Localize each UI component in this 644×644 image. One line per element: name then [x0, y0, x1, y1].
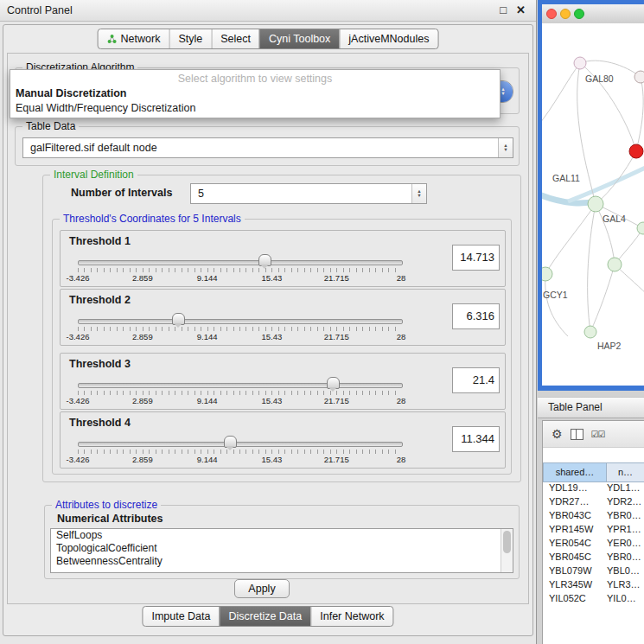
traffic-light-close-icon[interactable] — [546, 9, 557, 19]
table-cell[interactable]: YIL052C — [543, 591, 605, 605]
slider-scale: -3.4262.8599.14415.4321.71528 — [78, 455, 401, 465]
table-row[interactable]: YLR345WYLR3… — [543, 577, 644, 591]
dropdown-option-equal-width[interactable]: Equal Width/Frequency Discretization — [10, 101, 500, 116]
table-cell[interactable]: YDR27… — [543, 494, 605, 508]
network-node[interactable] — [637, 222, 644, 234]
tab-style[interactable]: Style — [169, 29, 211, 48]
slider-scale: -3.4262.8599.14415.4321.71528 — [78, 396, 401, 406]
column-header-shared-name[interactable]: shared… — [543, 462, 607, 482]
threshold-slider[interactable]: -3.4262.8599.14415.4321.71528 — [78, 312, 401, 341]
dropdown-option-manual-discretization[interactable]: Manual Discretization — [10, 86, 500, 101]
threshold-panel-4: Threshold 4 -3.4262.8599.14415.4321.7152… — [60, 411, 506, 469]
table-cell[interactable]: YER054C — [543, 536, 605, 550]
slider-thumb[interactable] — [258, 254, 271, 266]
select-all-checkboxes-icon[interactable]: ☑☑ — [591, 430, 605, 439]
table-cell[interactable]: YLR3… — [605, 577, 644, 591]
table-row[interactable]: YDR27…YDR2… — [543, 494, 644, 508]
combobox-stepper-icon[interactable]: ▲ ▼ — [411, 184, 426, 203]
apply-button[interactable]: Apply — [234, 579, 290, 598]
table-cell[interactable]: YDR2… — [605, 494, 644, 508]
table-cell[interactable]: YPR145W — [543, 522, 605, 536]
slider-scale-label: -3.426 — [67, 396, 90, 405]
slider-track[interactable] — [78, 319, 403, 324]
table-cell[interactable]: YBR045C — [543, 550, 605, 564]
network-node[interactable] — [608, 258, 622, 271]
numerical-attributes-list[interactable]: SelfLoopsTopologicalCoefficientBetweenne… — [50, 528, 513, 573]
slider-track[interactable] — [78, 383, 403, 388]
tab-infer-network[interactable]: Infer Network — [310, 607, 392, 626]
close-icon[interactable]: ✕ — [516, 0, 526, 21]
tab-discretize-data[interactable]: Discretize Data — [220, 607, 311, 626]
slider-scale-label: 28 — [397, 455, 406, 464]
tab-select[interactable]: Select — [211, 29, 259, 48]
dropdown-placeholder-item[interactable]: Select algorithm to view settings — [10, 72, 500, 86]
table-cell[interactable]: YBR043C — [543, 508, 605, 522]
float-window-icon[interactable]: □ — [500, 0, 507, 21]
threshold-label: Threshold 2 — [69, 294, 131, 306]
table-data-combobox[interactable]: galFiltered.sif default node ▲ ▼ — [22, 137, 513, 158]
network-node[interactable] — [584, 326, 596, 338]
table-row[interactable]: YIL052CYIL0… — [543, 591, 644, 605]
network-edge — [636, 77, 643, 151]
tab-network[interactable]: Network — [99, 29, 169, 48]
slider-thumb[interactable] — [327, 377, 340, 389]
table-cell[interactable]: YDL19… — [543, 481, 605, 494]
number-of-intervals-combobox[interactable]: 5 ▲ ▼ — [190, 183, 427, 204]
slider-scale: -3.4262.8599.14415.4321.71528 — [78, 332, 401, 342]
network-node[interactable] — [634, 71, 644, 83]
threshold-value-field[interactable]: 14.713 — [452, 245, 500, 271]
slider-ticks — [78, 268, 401, 272]
network-node[interactable] — [629, 144, 643, 158]
traffic-light-zoom-icon[interactable] — [574, 9, 584, 19]
table-row[interactable]: YBR045CYBR0… — [543, 550, 644, 564]
network-canvas[interactable]: GAL80GAL11GAL4GCY1HAP2 — [542, 23, 644, 386]
list-scrollbar[interactable] — [501, 529, 513, 572]
table-cell[interactable]: YDL1… — [605, 481, 644, 494]
table-cell[interactable]: YIL0… — [605, 591, 644, 605]
attribute-list-item[interactable]: BetweennessCentrality — [51, 555, 513, 568]
columns-icon[interactable] — [571, 429, 583, 440]
table-cell[interactable]: YER0… — [605, 536, 644, 550]
threshold-value-field[interactable]: 11.344 — [452, 426, 500, 452]
slider-thumb[interactable] — [224, 436, 237, 448]
threshold-slider[interactable]: -3.4262.8599.14415.4321.71528 — [78, 435, 401, 464]
down-arrow-icon: ▼ — [417, 194, 421, 198]
attribute-list-item[interactable]: TopologicalCoefficient — [51, 542, 513, 555]
threshold-slider[interactable]: -3.4262.8599.14415.4321.71528 — [78, 253, 401, 283]
table-cell[interactable]: YBL079W — [543, 564, 605, 577]
threshold-value-field[interactable]: 21.4 — [452, 367, 500, 393]
table-cell[interactable]: YBR0… — [605, 508, 644, 522]
table-row[interactable]: YPR145WYPR1… — [543, 522, 644, 536]
table-row[interactable]: YBR043CYBR0… — [543, 508, 644, 522]
table-cell[interactable]: YBL0… — [605, 564, 644, 577]
tab-cyni-toolbox[interactable]: Cyni Toolbox — [259, 29, 339, 48]
threshold-value-field[interactable]: 6.316 — [452, 303, 500, 329]
combobox-stepper-icon[interactable]: ▲ ▼ — [498, 138, 513, 157]
gear-icon[interactable]: ⚙ — [552, 428, 563, 440]
table-cell[interactable]: YBR0… — [605, 550, 644, 564]
traffic-light-minimize-icon[interactable] — [560, 9, 571, 19]
table-cell[interactable]: YPR1… — [605, 522, 644, 536]
network-node[interactable] — [542, 267, 552, 281]
network-node[interactable] — [574, 57, 586, 69]
network-edge — [590, 265, 615, 332]
column-header-name[interactable]: n… — [607, 462, 644, 482]
table-cell[interactable]: YLR345W — [543, 577, 605, 591]
scrollbar-thumb[interactable] — [503, 531, 511, 553]
table-row[interactable]: YBL079WYBL0… — [543, 564, 644, 577]
slider-track[interactable] — [78, 260, 403, 265]
slider-track[interactable] — [78, 442, 403, 447]
attribute-list-item[interactable]: SelfLoops — [51, 529, 513, 542]
table-row[interactable]: YER054CYER0… — [543, 536, 644, 550]
slider-scale-label: 21.715 — [324, 273, 349, 283]
slider-ticks — [78, 391, 401, 395]
interval-definition-group: Interval Definition Number of Intervals … — [42, 175, 521, 482]
tab-impute-data[interactable]: Impute Data — [143, 607, 219, 626]
network-node[interactable] — [588, 196, 603, 212]
slider-thumb[interactable] — [172, 313, 185, 325]
threshold-panel-3: Threshold 3 -3.4262.8599.14415.4321.7152… — [60, 353, 506, 410]
slider-scale-label: 21.715 — [324, 455, 349, 464]
tab-jactivemnodules[interactable]: jActiveMNodules — [339, 29, 437, 48]
table-row[interactable]: YDL19…YDL1… — [543, 481, 644, 494]
threshold-slider[interactable]: -3.4262.8599.14415.4321.71528 — [78, 376, 401, 405]
